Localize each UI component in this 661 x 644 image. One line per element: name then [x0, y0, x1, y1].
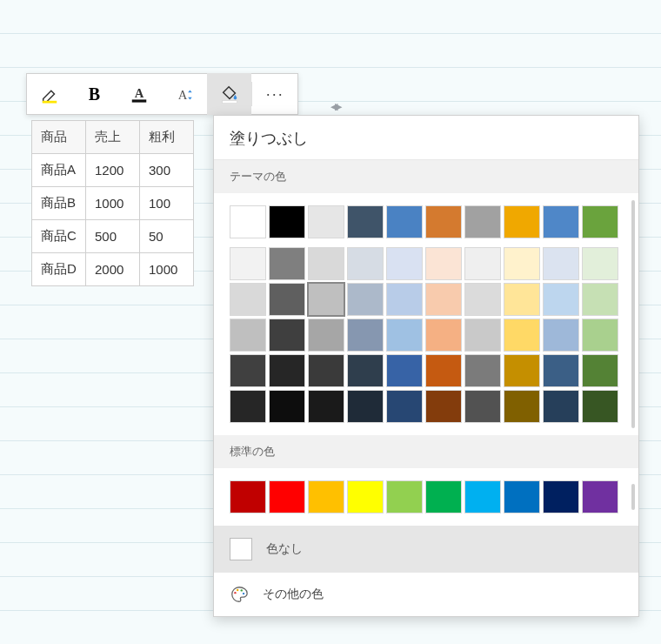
color-swatch[interactable] [386, 205, 423, 238]
table-cell[interactable]: 300 [140, 154, 194, 187]
color-swatch[interactable] [269, 319, 305, 352]
color-swatch[interactable] [308, 247, 344, 280]
table-cell[interactable]: 100 [140, 187, 194, 220]
color-swatch[interactable] [425, 319, 462, 352]
color-swatch[interactable] [269, 283, 305, 316]
bold-button[interactable]: B [72, 73, 117, 115]
color-swatch[interactable] [386, 354, 423, 387]
color-swatch[interactable] [425, 390, 462, 423]
table-row[interactable]: 商品D20001000 [32, 253, 194, 286]
color-swatch[interactable] [425, 247, 462, 280]
table-cell[interactable]: 2000 [86, 253, 140, 286]
color-swatch[interactable] [230, 319, 266, 352]
table-cell[interactable]: 商品A [32, 154, 86, 187]
more-options-button[interactable]: ··· [252, 73, 297, 115]
table-header[interactable]: 商品 [32, 121, 86, 154]
color-swatch[interactable] [347, 390, 384, 423]
color-swatch[interactable] [347, 354, 384, 387]
table-cell[interactable]: 1000 [140, 253, 194, 286]
scrollbar[interactable] [631, 200, 635, 428]
more-colors-option[interactable]: その他の色 [214, 573, 638, 616]
color-swatch[interactable] [347, 205, 384, 238]
scrollbar[interactable] [631, 484, 635, 510]
color-swatch[interactable] [504, 319, 540, 352]
color-swatch[interactable] [386, 319, 423, 352]
table-row[interactable]: 商品C50050 [32, 220, 194, 253]
color-swatch[interactable] [230, 205, 266, 238]
color-swatch[interactable] [464, 283, 501, 316]
color-swatch[interactable] [269, 480, 305, 513]
color-swatch[interactable] [230, 283, 266, 316]
color-swatch[interactable] [504, 247, 540, 280]
color-swatch[interactable] [386, 390, 423, 423]
color-swatch[interactable] [504, 354, 540, 387]
color-swatch[interactable] [543, 247, 579, 280]
color-swatch[interactable] [582, 354, 618, 387]
fill-color-button[interactable] [207, 73, 252, 115]
table-cell[interactable]: 1200 [86, 154, 140, 187]
table-cell[interactable]: 商品C [32, 220, 86, 253]
color-swatch[interactable] [582, 247, 618, 280]
color-swatch[interactable] [543, 480, 579, 513]
resize-handle-icon[interactable]: ◀▶ [330, 101, 339, 112]
color-swatch[interactable] [464, 390, 501, 423]
color-swatch[interactable] [269, 354, 305, 387]
table-cell[interactable]: 1000 [86, 187, 140, 220]
color-swatch[interactable] [504, 480, 540, 513]
table-row[interactable]: 商品B1000100 [32, 187, 194, 220]
table-cell[interactable]: 商品B [32, 187, 86, 220]
color-swatch[interactable] [504, 205, 540, 238]
data-table[interactable]: 商品売上粗利 商品A1200300商品B1000100商品C50050商品D20… [31, 120, 194, 286]
color-swatch[interactable] [230, 247, 266, 280]
color-swatch[interactable] [230, 390, 266, 423]
color-swatch[interactable] [308, 283, 344, 316]
color-swatch[interactable] [308, 205, 344, 238]
color-swatch[interactable] [308, 354, 344, 387]
color-swatch[interactable] [269, 390, 305, 423]
color-swatch[interactable] [464, 205, 501, 238]
no-fill-option[interactable]: 色なし [214, 526, 638, 573]
color-swatch[interactable] [386, 247, 423, 280]
color-swatch[interactable] [504, 283, 540, 316]
color-swatch[interactable] [347, 319, 384, 352]
color-swatch[interactable] [464, 354, 501, 387]
color-swatch[interactable] [308, 319, 344, 352]
color-swatch[interactable] [543, 354, 579, 387]
color-swatch[interactable] [543, 283, 579, 316]
font-color-button[interactable]: A [117, 73, 162, 115]
color-swatch[interactable] [464, 319, 501, 352]
color-swatch[interactable] [425, 283, 462, 316]
color-swatch[interactable] [386, 480, 423, 513]
color-swatch[interactable] [582, 283, 618, 316]
color-swatch[interactable] [582, 319, 618, 352]
table-cell[interactable]: 50 [140, 220, 194, 253]
color-swatch[interactable] [269, 247, 305, 280]
color-swatch[interactable] [582, 205, 618, 238]
color-swatch[interactable] [347, 247, 384, 280]
color-swatch[interactable] [308, 480, 344, 513]
color-swatch[interactable] [543, 205, 579, 238]
color-swatch[interactable] [464, 247, 501, 280]
color-swatch[interactable] [269, 205, 305, 238]
color-swatch[interactable] [582, 480, 618, 513]
table-header[interactable]: 粗利 [140, 121, 194, 154]
table-row[interactable]: 商品A1200300 [32, 154, 194, 187]
color-swatch[interactable] [347, 283, 384, 316]
color-swatch[interactable] [425, 354, 462, 387]
table-cell[interactable]: 500 [86, 220, 140, 253]
color-swatch[interactable] [504, 390, 540, 423]
color-swatch[interactable] [230, 480, 266, 513]
table-header[interactable]: 売上 [86, 121, 140, 154]
highlighter-button[interactable] [27, 73, 72, 115]
color-swatch[interactable] [347, 480, 384, 513]
color-swatch[interactable] [464, 480, 501, 513]
color-swatch[interactable] [425, 205, 462, 238]
font-size-button[interactable]: A [162, 73, 207, 115]
color-swatch[interactable] [425, 480, 462, 513]
table-cell[interactable]: 商品D [32, 253, 86, 286]
color-swatch[interactable] [543, 319, 579, 352]
color-swatch[interactable] [543, 390, 579, 423]
color-swatch[interactable] [230, 354, 266, 387]
color-swatch[interactable] [386, 283, 423, 316]
color-swatch[interactable] [308, 390, 344, 423]
